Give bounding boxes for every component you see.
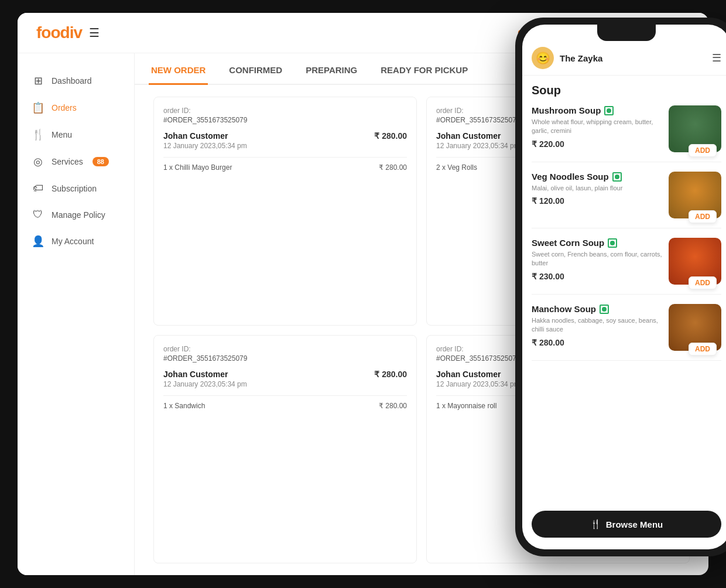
services-icon: ◎ [32, 155, 44, 168]
menu-item-name-row-mushroom: Mushroom Soup [532, 105, 663, 115]
sidebar-label-services: Services [52, 157, 83, 166]
veg-badge-mushroom [604, 106, 614, 115]
sidebar: ⊞ Dashboard 📋 Orders 🍴 Menu ◎ Services 8… [18, 53, 135, 575]
logo-text: foodiv [36, 23, 82, 42]
sidebar-item-dashboard[interactable]: ⊞ Dashboard [18, 67, 134, 94]
browse-menu-icon: 🍴 [590, 519, 601, 529]
menu-item-image-container-manchow: ADD [669, 304, 721, 351]
hamburger-icon[interactable]: ☰ [89, 26, 100, 40]
menu-item-desc-manchow: Hakka noodles, cabbage, soy sauce, beans… [532, 316, 663, 334]
veg-badge-noodles [612, 172, 622, 182]
customer-name-2: Johan Customer [436, 131, 520, 141]
veg-badge-corn [608, 238, 617, 248]
menu-item-name-row-manchow: Manchow Soup [532, 304, 663, 314]
menu-item-manchow: Manchow Soup Hakka noodles, cabbage, soy… [532, 304, 721, 361]
subscription-icon: 🏷 [32, 182, 44, 194]
order-id-value-1: #ORDER_3551673525079 [163, 116, 407, 124]
order-item-price-1: ₹ 280.00 [379, 163, 407, 172]
order-card-1: order ID: #ORDER_3551673525079 Johan Cus… [153, 97, 417, 326]
sidebar-item-services[interactable]: ◎ Services 88 [18, 148, 134, 175]
order-date-1: 12 January 2023,05:34 pm [163, 142, 247, 150]
phone-header: 😊 The Zayka ☰ [522, 41, 726, 76]
menu-item-image-container-mushroom: ADD [669, 105, 721, 152]
tab-confirmed[interactable]: CONFIRMED [227, 53, 285, 85]
menu-item-info-mushroom: Mushroom Soup Whole wheat flour, whippin… [532, 105, 663, 149]
add-button-corn[interactable]: ADD [689, 276, 717, 289]
tab-new-order[interactable]: NEW ORDER [149, 53, 208, 85]
menu-item-name-row-noodles: Veg Noodles Soup [532, 172, 663, 182]
menu-item-name-manchow: Manchow Soup [532, 304, 596, 314]
sidebar-item-menu[interactable]: 🍴 Menu [18, 121, 134, 148]
menu-item-desc-corn: Sweet corn, French beans, corn flour, ca… [532, 250, 663, 268]
phone-footer: 🍴 Browse Menu [522, 504, 726, 549]
phone-notch [597, 25, 656, 41]
menu-item-name-row-corn: Sweet Corn Soup [532, 238, 663, 248]
veg-badge-manchow [600, 305, 609, 314]
add-button-mushroom[interactable]: ADD [689, 144, 717, 157]
services-badge: 88 [93, 157, 109, 166]
category-title: Soup [532, 84, 721, 97]
menu-item-name-corn: Sweet Corn Soup [532, 238, 604, 248]
phone-hamburger-icon[interactable]: ☰ [712, 52, 721, 64]
order-id-value-3: #ORDER_3551673525079 [163, 354, 407, 363]
restaurant-avatar: 😊 [532, 47, 554, 69]
sidebar-label-manage-policy: Manage Policy [52, 210, 105, 220]
order-customer-row-1: Johan Customer 12 January 2023,05:34 pm … [163, 131, 407, 150]
sidebar-label-menu: Menu [52, 130, 72, 139]
menu-item-mushroom-soup: Mushroom Soup Whole wheat flour, whippin… [532, 105, 721, 162]
menu-item-price-mushroom: ₹ 220.00 [532, 139, 663, 149]
order-item-price-3: ₹ 280.00 [379, 402, 407, 410]
order-item-name-2: 2 x Veg Rolls [436, 163, 477, 172]
sidebar-item-my-account[interactable]: 👤 My Account [18, 228, 134, 255]
menu-icon: 🍴 [32, 128, 44, 141]
sidebar-label-dashboard: Dashboard [52, 76, 92, 86]
menu-item-price-manchow: ₹ 280.00 [532, 338, 663, 347]
menu-item-veg-noodles: Veg Noodles Soup Malai, olive oil, lasun… [532, 172, 721, 228]
order-id-label-1: order ID: [163, 107, 407, 115]
order-item-name-4: 1 x Mayonnaise roll [436, 402, 496, 410]
order-date-4: 12 January 2023,05:34 pm [436, 380, 520, 388]
restaurant-name: The Zayka [560, 53, 712, 63]
menu-item-sweet-corn: Sweet Corn Soup Sweet corn, French beans… [532, 238, 721, 295]
orders-icon: 📋 [32, 101, 44, 114]
order-items-row-3: 1 x Sandwich ₹ 280.00 [163, 395, 407, 410]
menu-item-info-manchow: Manchow Soup Hakka noodles, cabbage, soy… [532, 304, 663, 347]
phone-screen: 😊 The Zayka ☰ Soup Mushroom Soup Whole w… [522, 25, 726, 549]
order-item-name-1: 1 x Chilli Mayo Burger [163, 163, 232, 172]
menu-item-image-container-corn: ADD [669, 238, 721, 285]
browse-menu-button[interactable]: 🍴 Browse Menu [532, 511, 721, 538]
phone-mockup: 😊 The Zayka ☰ Soup Mushroom Soup Whole w… [515, 18, 726, 556]
order-amount-1: ₹ 280.00 [374, 131, 407, 141]
tab-ready-for-pickup[interactable]: READY FOR PICKUP [378, 53, 470, 85]
sidebar-item-manage-policy[interactable]: 🛡 Manage Policy [18, 201, 134, 228]
dashboard-icon: ⊞ [32, 74, 44, 87]
menu-item-name-mushroom: Mushroom Soup [532, 105, 601, 115]
manage-policy-icon: 🛡 [32, 208, 44, 221]
order-date-3: 12 January 2023,05:34 pm [163, 380, 247, 388]
phone-content: Soup Mushroom Soup Whole wheat flour, wh… [522, 76, 726, 504]
browse-menu-label: Browse Menu [606, 519, 663, 529]
sidebar-item-subscription[interactable]: 🏷 Subscription [18, 175, 134, 201]
add-button-manchow[interactable]: ADD [689, 343, 717, 355]
menu-item-price-corn: ₹ 230.00 [532, 272, 663, 281]
sidebar-label-subscription: Subscription [52, 184, 97, 193]
menu-item-info-corn: Sweet Corn Soup Sweet corn, French beans… [532, 238, 663, 281]
tab-preparing[interactable]: PREPARING [303, 53, 359, 85]
order-id-label-3: order ID: [163, 345, 407, 353]
menu-item-desc-mushroom: Whole wheat flour, whipping cream, butte… [532, 118, 663, 136]
sidebar-label-orders: Orders [52, 103, 77, 112]
menu-item-image-container-noodles: ADD [669, 172, 721, 218]
menu-item-price-noodles: ₹ 120.00 [532, 196, 663, 206]
sidebar-item-orders[interactable]: 📋 Orders [18, 94, 134, 121]
add-button-noodles[interactable]: ADD [689, 210, 717, 223]
order-amount-3: ₹ 280.00 [374, 370, 407, 379]
sidebar-label-my-account: My Account [52, 237, 94, 246]
logo: foodiv ☰ [36, 23, 100, 42]
order-card-3: order ID: #ORDER_3551673525079 Johan Cus… [153, 335, 417, 564]
order-date-2: 12 January 2023,05:34 pm [436, 142, 520, 150]
customer-name-3: Johan Customer [163, 370, 247, 379]
customer-name-1: Johan Customer [163, 131, 247, 141]
my-account-icon: 👤 [32, 235, 44, 248]
menu-item-desc-noodles: Malai, olive oil, lasun, plain flour [532, 184, 663, 193]
order-items-row-1: 1 x Chilli Mayo Burger ₹ 280.00 [163, 157, 407, 172]
